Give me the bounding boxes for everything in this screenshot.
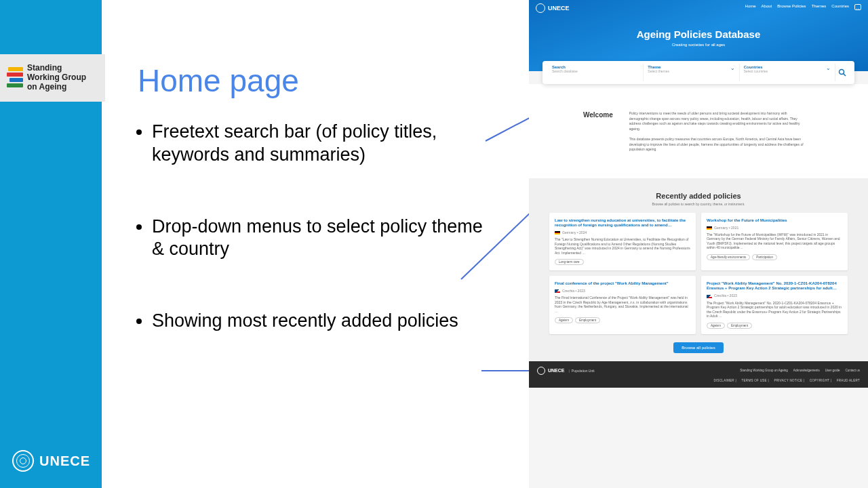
nav-countries[interactable]: Countries xyxy=(831,4,849,10)
recent-sub: Browse all policies to search by country… xyxy=(549,202,848,206)
chevron-down-icon: ⌄ xyxy=(826,65,831,71)
swga-logo-blocks xyxy=(7,67,23,89)
bullet-list: Freetext search bar (of policy titles, k… xyxy=(136,121,495,382)
footer-link[interactable]: PRIVACY NOTICE xyxy=(774,379,802,382)
card-title: Workshop for the Future of Municipalitie… xyxy=(707,218,842,223)
mock-nav: Home About Browse Policies Themes Countr… xyxy=(745,4,861,10)
tag[interactable]: Ageism xyxy=(555,317,573,323)
cards-grid: Law to strengthen nursing education at u… xyxy=(549,213,848,334)
footer-link[interactable]: COPYRIGHT xyxy=(810,379,829,382)
footer-link[interactable]: Acknowledgements xyxy=(793,369,820,372)
search-icon[interactable] xyxy=(835,64,849,81)
card-desc: The Final International Conference of th… xyxy=(555,296,690,313)
card-desc: The Project "Work Ability Management" No… xyxy=(707,301,842,319)
card-title: Project "Work Ability Management" No. 20… xyxy=(707,281,842,291)
card-desc: The "Law to Strengthen Nursing Education… xyxy=(555,237,690,255)
footer-brand: UNECE | Population Unit xyxy=(537,367,595,375)
nav-home[interactable]: Home xyxy=(745,4,756,10)
welcome-section: Welcome Policy interventions to meet the… xyxy=(529,84,868,178)
flag-icon xyxy=(707,226,712,230)
bullet-3: Showing most recently added policies xyxy=(152,310,495,333)
footer-link[interactable]: User guide xyxy=(825,369,840,372)
policy-card[interactable]: Law to strengthen nursing education at u… xyxy=(549,213,696,271)
flag-icon xyxy=(555,231,560,235)
card-title: Law to strengthen nursing education at u… xyxy=(555,218,690,228)
svg-line-1 xyxy=(843,74,846,77)
theme-dropdown[interactable]: ⌄ Theme Select themes xyxy=(644,64,739,81)
mock-footer: UNECE | Population Unit Standing Working… xyxy=(529,361,868,388)
nav-themes[interactable]: Themes xyxy=(812,4,827,10)
nav-browse[interactable]: Browse Policies xyxy=(777,4,806,10)
policy-card[interactable]: Workshop for the Future of Municipalitie… xyxy=(701,213,848,271)
unece-logo: UNECE xyxy=(12,450,90,472)
lang-toggle-icon[interactable]: ␣ xyxy=(854,4,861,10)
swga-line1: Standing xyxy=(27,64,86,73)
search-field[interactable]: Search Search database xyxy=(548,64,644,81)
policy-card[interactable]: Final conference of the project "Work Ab… xyxy=(549,276,696,334)
footer-link[interactable]: Standing Working Group on Ageing xyxy=(740,369,787,372)
tag[interactable]: Employment xyxy=(727,323,752,329)
un-wreath-icon xyxy=(536,3,545,13)
flag-icon xyxy=(707,295,712,298)
page-title: Home page xyxy=(138,62,299,99)
svg-point-0 xyxy=(839,70,844,75)
recent-heading: Recently added policies xyxy=(549,192,848,200)
website-screenshot: UNECE Home About Browse Policies Themes … xyxy=(529,0,868,488)
card-desc: The "Workshop for the Future of Municipa… xyxy=(707,232,842,250)
unece-logo-text: UNECE xyxy=(39,453,90,469)
un-wreath-icon xyxy=(12,450,34,472)
card-title: Final conference of the project "Work Ab… xyxy=(555,281,690,286)
footer-link[interactable]: FRAUD ALERT xyxy=(837,379,860,382)
footer-link[interactable]: Contact us xyxy=(845,369,860,372)
swga-logo: Standing Working Group on Ageing xyxy=(0,54,105,102)
tag[interactable]: Participation xyxy=(752,254,777,260)
browse-all-button[interactable]: Browse all policies xyxy=(673,342,723,353)
tag[interactable]: Age-friendly environments xyxy=(707,254,750,260)
countries-dropdown[interactable]: ⌄ Countries Select countries xyxy=(740,64,835,81)
un-wreath-icon xyxy=(537,367,545,375)
chevron-down-icon: ⌄ xyxy=(730,65,735,71)
nav-about[interactable]: About xyxy=(762,4,772,10)
footer-link[interactable]: DISCLAIMER xyxy=(713,379,734,382)
policy-card[interactable]: Project "Work Ability Management" No. 20… xyxy=(701,276,848,334)
swga-line3: on Ageing xyxy=(27,83,86,92)
footer-link[interactable]: TERMS OF USE xyxy=(742,379,767,382)
recent-section: Recently added policies Browse all polic… xyxy=(529,178,868,361)
search-bar: Search Search database ⌄ Theme Select th… xyxy=(542,61,854,84)
hero-subtitle: Creating societies for all ages xyxy=(529,43,868,47)
tag[interactable]: Long-term care xyxy=(555,259,584,265)
tag[interactable]: Ageism xyxy=(707,323,725,329)
flag-icon xyxy=(555,289,560,293)
bullet-1: Freetext search bar (of policy titles, k… xyxy=(152,121,495,167)
welcome-heading: Welcome xyxy=(583,111,613,158)
swga-line2: Working Group xyxy=(27,73,86,83)
welcome-p1: Policy interventions to meet the needs o… xyxy=(629,111,806,131)
bullet-2: Drop-down menus to select policy theme &… xyxy=(152,216,495,262)
tag[interactable]: Employment xyxy=(575,317,600,323)
mock-brand: UNECE xyxy=(536,3,570,13)
welcome-p2: This database presents policy measures t… xyxy=(629,137,806,152)
